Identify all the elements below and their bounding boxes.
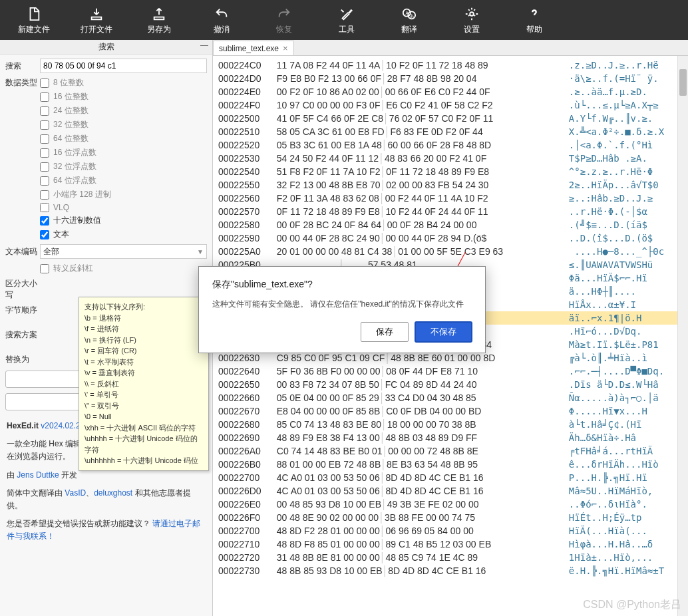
open-file-icon xyxy=(89,5,104,23)
case-label: 区分大小写 xyxy=(5,278,40,301)
tabs-bar: sublime_text.exe × xyxy=(213,40,688,56)
hex-row[interactable]: 00022510 58 05 CA 3C 61 00 E8 FD│F6 83 F… xyxy=(218,125,688,138)
datatype-checkbox-9[interactable]: VLQ xyxy=(40,203,207,212)
escape-checkbox[interactable]: 转义反斜杠 xyxy=(40,263,207,274)
chevron-down-icon: ▼ xyxy=(197,248,204,255)
help-icon xyxy=(527,5,542,23)
hex-row[interactable]: 000225A0 20 01 00 00 00 48 81 C4 38│01 0… xyxy=(218,245,688,258)
settings-button[interactable]: 设置 xyxy=(440,0,503,40)
hex-row[interactable]: 00022630 C9 85 C0 0F 95 C1 09 CF│48 8B 8… xyxy=(218,351,688,365)
author-link[interactable]: Jens Duttke xyxy=(17,470,59,480)
help-button[interactable]: 帮助 xyxy=(503,0,566,40)
save-button[interactable]: 保存 xyxy=(361,322,409,342)
hex-row[interactable]: 00022680 85 C0 74 13 48 83 BE 80│18 00 0… xyxy=(218,418,688,431)
gear-icon xyxy=(464,5,479,23)
dialog-message: 这种文件可能有安全隐患。 请仅在您信任"hexed.it"的情况下保存此文件 xyxy=(212,299,472,310)
svg-point-4 xyxy=(470,12,474,16)
new-file-icon xyxy=(27,5,41,23)
datatype-checkbox-4[interactable]: 64 位整数 xyxy=(40,133,207,144)
redo-button[interactable]: 恢复 xyxy=(253,0,315,40)
hex-row[interactable]: 00022700 48 8D F2 28 01 00 00 00│06 96 6… xyxy=(218,524,688,538)
hex-row[interactable]: 00022520 05 B3 3C 61 00 E8 1A 48│60 00 6… xyxy=(218,138,688,152)
hex-row[interactable]: 00022640 5F F0 36 8B F0 00 00 00│08 0F 4… xyxy=(218,365,688,378)
datatype-checkbox-11[interactable]: 文本 xyxy=(40,229,207,240)
encoding-select[interactable]: 全部▼ xyxy=(40,244,207,259)
hex-row[interactable]: 000226B0 88 01 00 00 EB 72 48 8B│8E B3 6… xyxy=(218,458,688,471)
hex-row[interactable]: 00022650 00 83 F8 72 34 07 8B 50│FC 04 8… xyxy=(218,378,688,391)
sidebar-header: 搜索 — xyxy=(0,40,212,55)
hex-row[interactable]: 00022710 48 8D F8 85 01 00 00 00│89 C1 4… xyxy=(218,538,688,551)
sidebar-title: 搜索 xyxy=(98,41,114,53)
svg-text:A: A xyxy=(406,10,409,15)
search-label: 搜索 xyxy=(5,61,40,72)
hex-row[interactable]: 000224F0 10 97 C0 00 00 00 F3 0F│E6 C0 F… xyxy=(218,98,688,112)
hex-row[interactable]: 00022590 00 00 44 0F 28 8C 24 90│00 00 4… xyxy=(218,231,688,245)
hex-row[interactable]: 00022570 0F 11 72 18 48 89 F9 E8│10 F2 4… xyxy=(218,205,688,218)
datatype-checkbox-0[interactable]: 8 位整数 xyxy=(40,77,207,88)
save-as-icon xyxy=(152,5,166,23)
replace-label: 替换为 xyxy=(5,354,40,365)
datatype-checkbox-1[interactable]: 16 位整数 xyxy=(40,91,207,102)
sidebar: 搜索 — 搜索 数据类型 8 位整数16 位整数24 位整数32 位整数64 位… xyxy=(0,40,213,616)
undo-button[interactable]: 撤消 xyxy=(190,0,253,40)
hex-row[interactable]: 000224D0 F9 E8 B0 F2 13 00 66 0F│28 F7 4… xyxy=(218,72,688,85)
datatype-checkbox-3[interactable]: 32 位整数 xyxy=(40,119,207,130)
dont-save-button[interactable]: 不保存 xyxy=(415,322,472,342)
minimize-icon[interactable]: — xyxy=(200,41,208,50)
hex-row[interactable]: 00022580 00 0F 28 BC 24 0F 84 64│00 0F 2… xyxy=(218,218,688,231)
svg-text:あ: あ xyxy=(410,13,414,18)
datatype-checkbox-8[interactable]: 小端序 128 进制 xyxy=(40,189,207,200)
tab-file[interactable]: sublime_text.exe × xyxy=(213,41,294,55)
datatype-checkbox-10[interactable]: 十六进制数值 xyxy=(40,215,207,226)
translate-button[interactable]: Aあ 翻译 xyxy=(378,0,440,40)
hex-row[interactable]: 00022700 4C A0 01 03 00 53 50 06│8D 4D 8… xyxy=(218,471,688,484)
close-icon[interactable]: × xyxy=(283,43,288,53)
hex-row[interactable]: 00022670 E8 04 00 00 00 0F 85 8B│C0 0F D… xyxy=(218,404,688,418)
save-as-button[interactable]: 另存为 xyxy=(128,0,190,40)
hex-row[interactable]: 000224E0 00 F2 0F 10 86 A0 02 00│00 66 0… xyxy=(218,85,688,98)
save-dialog: 保存"sublime_text.exe"? 这种文件可能有安全隐患。 请仅在您信… xyxy=(198,266,486,353)
hex-row[interactable]: 000226D0 4C A0 01 03 00 53 50 06│8D 4D 8… xyxy=(218,484,688,498)
hex-row[interactable]: 00022540 51 F8 F2 0F 11 7A 10 F2│0F 11 7… xyxy=(218,165,688,178)
translate-icon: Aあ xyxy=(402,5,417,23)
datatype-checkbox-2[interactable]: 24 位整数 xyxy=(40,105,207,116)
translator2-link[interactable]: deluxghost xyxy=(94,488,132,498)
undo-icon xyxy=(214,5,229,23)
hex-row[interactable]: 00022530 54 24 50 F2 44 0F 11 12│48 83 6… xyxy=(218,152,688,165)
encoding-label: 文本编码 xyxy=(5,246,40,257)
hex-row[interactable]: 00022720 31 48 8B 8E 81 00 00 00│48 85 C… xyxy=(218,551,688,564)
hex-row[interactable]: 00022690 48 89 F9 E8 38 F4 13 00│48 8B 0… xyxy=(218,431,688,444)
scrollbar-thumb[interactable] xyxy=(679,69,687,96)
hex-row[interactable]: 000226F0 00 48 8E 90 02 00 00 00│3B 88 F… xyxy=(218,511,688,524)
dialog-title: 保存"sublime_text.exe"? xyxy=(212,279,472,291)
escape-tooltip: 支持以下转义序列: \b = 退格符\f = 进纸符\n = 换行符 (LF)\… xyxy=(79,297,209,471)
hex-row[interactable]: 000224C0 11 7A 08 F2 44 0F 11 4A│10 F2 0… xyxy=(218,59,688,72)
hex-row[interactable]: 00022560 F2 0F 11 3A 48 83 62 08│00 F2 4… xyxy=(218,192,688,205)
watermark: CSDN @Python老吕 xyxy=(583,598,681,612)
new-file-button[interactable]: 新建文件 xyxy=(3,0,65,40)
tools-icon xyxy=(339,5,354,23)
hex-row[interactable]: 000226E0 00 48 85 93 D8 10 00 EB│49 3B 3… xyxy=(218,498,688,511)
tools-button[interactable]: 工具 xyxy=(315,0,378,40)
datatype-label: 数据类型 xyxy=(5,77,40,88)
open-file-button[interactable]: 打开文件 xyxy=(65,0,128,40)
translator1-link[interactable]: VasID xyxy=(65,488,86,498)
datatype-checkbox-5[interactable]: 16 位浮点数 xyxy=(40,147,207,158)
datatype-checkbox-6[interactable]: 32 位浮点数 xyxy=(40,161,207,172)
datatype-checkbox-7[interactable]: 64 位浮点数 xyxy=(40,175,207,186)
hex-row[interactable]: 00022500 41 0F 5F C4 66 0F 2E C8│76 02 0… xyxy=(218,112,688,125)
vertical-scrollbar[interactable] xyxy=(677,56,688,616)
hex-row[interactable]: 00022660 05 0E 04 00 00 0F 85 29│33 C4 D… xyxy=(218,391,688,404)
scheme-label: 搜索方案 xyxy=(5,329,40,341)
hex-row[interactable]: 00022550 32 F2 13 00 48 8B E8 70│02 00 0… xyxy=(218,178,688,192)
hex-row[interactable]: 000226A0 C0 74 14 48 83 BE B0 01│00 00 0… xyxy=(218,444,688,458)
hex-row[interactable]: 00022730 48 8B 85 93 D8 10 00 EB│8D 4D 8… xyxy=(218,564,688,577)
search-input[interactable] xyxy=(40,59,207,73)
redo-icon xyxy=(277,5,291,23)
byteorder-label: 字节顺序 xyxy=(5,305,40,316)
main-toolbar: 新建文件 打开文件 另存为 撤消 恢复 工具 Aあ 翻译 设置 帮助 xyxy=(0,0,688,40)
